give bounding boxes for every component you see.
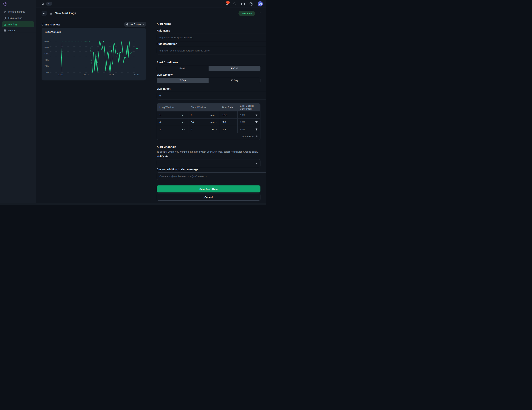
delete-row-button[interactable] xyxy=(255,128,258,131)
unit-label: hr xyxy=(181,121,183,124)
unit-label: hr xyxy=(181,114,183,117)
svg-text:100%: 100% xyxy=(43,40,48,42)
window-tab-7day[interactable]: 7 Day xyxy=(157,78,209,83)
burn-rate-value[interactable]: 16.8 xyxy=(220,111,237,118)
svg-text:40%: 40% xyxy=(45,59,48,61)
notification-badge: 1 xyxy=(226,1,230,4)
window-tab-30day[interactable]: 30 Day xyxy=(209,78,260,83)
short-window-value[interactable]: 5 xyxy=(191,114,192,117)
notify-via-select[interactable] xyxy=(157,159,260,167)
slo-window-toggle: 7 Day 30 Day xyxy=(157,78,260,83)
search-icon[interactable] xyxy=(41,2,45,5)
search-shortcut-chip[interactable]: ⌘K xyxy=(46,2,52,6)
sidebar-item-alerting[interactable]: Alerting xyxy=(2,21,34,27)
sidebar-item-label: Explorations xyxy=(8,17,22,19)
svg-text:80%: 80% xyxy=(45,46,48,48)
unit-label: min xyxy=(210,114,214,117)
sidebar-item-label: Issues xyxy=(8,29,16,32)
alarm-icon xyxy=(49,12,52,15)
sidebar-item-label: Alerting xyxy=(8,23,17,26)
burn-rate-value[interactable]: 5.6 xyxy=(220,118,237,126)
condition-tab-slo[interactable]: SLO xyxy=(209,66,260,71)
page-header: New Alert Page New Alert xyxy=(36,8,266,19)
kebab-menu-icon[interactable] xyxy=(259,12,262,15)
add-row-label: Add A Row xyxy=(242,135,254,138)
alert-channels-description: To specify where you want to get notifie… xyxy=(157,150,260,153)
unit-label: min xyxy=(210,121,214,124)
long-window-unit-dropdown[interactable]: hr xyxy=(181,114,186,117)
time-range-dropdown[interactable]: last 7 days xyxy=(124,22,146,27)
chart-preview-panel: Chart Preview last 7 days Success Rate 0… xyxy=(36,19,151,203)
keyboard-icon[interactable] xyxy=(241,2,245,5)
rule-name-input[interactable] xyxy=(157,34,266,41)
col-long-window: Long Window xyxy=(157,103,188,111)
topbar-actions: 1 ? MG xyxy=(225,1,263,7)
content: Chart Preview last 7 days Success Rate 0… xyxy=(36,19,266,203)
sidebar-nav: Instant Insights Explorations Alerting I… xyxy=(0,9,36,33)
history-icon[interactable] xyxy=(233,2,237,5)
avatar[interactable]: MG xyxy=(258,1,263,7)
condition-tab-slo-label: SLO xyxy=(230,67,235,70)
alert-channels-heading: Alert Channels xyxy=(157,145,260,148)
svg-text:Jul 13: Jul 13 xyxy=(83,73,88,76)
delete-row-button[interactable] xyxy=(255,121,258,123)
svg-text:Jul 15: Jul 15 xyxy=(108,73,114,76)
notifications-button[interactable]: 1 xyxy=(225,2,228,5)
burn-rate-value[interactable]: 2.8 xyxy=(220,126,237,133)
new-alert-button[interactable]: New Alert xyxy=(238,11,255,16)
back-button[interactable] xyxy=(42,11,47,16)
success-rate-chart: 0%20%40%60%80%100%Jul 11Jul 13Jul 15Jul … xyxy=(42,28,146,81)
clock-icon xyxy=(126,23,129,26)
time-range-label: last 7 days xyxy=(130,23,141,26)
svg-text:60%: 60% xyxy=(45,53,48,55)
short-window-value[interactable]: 30 xyxy=(191,121,194,124)
error-budget-value: 40% xyxy=(240,128,245,131)
custom-addition-input[interactable] xyxy=(157,172,266,180)
long-window-unit-dropdown[interactable]: hr xyxy=(181,121,186,124)
burn-rate-table: Long Window Short Window Burn Rate Error… xyxy=(157,103,260,140)
custom-addition-label: Custom addition to alert message xyxy=(157,168,260,171)
short-window-unit-dropdown[interactable]: min xyxy=(210,121,217,124)
short-window-value[interactable]: 2 xyxy=(191,128,192,131)
svg-text:0%: 0% xyxy=(46,71,48,73)
table-row: 24 hr 2 hr 2.8 40% xyxy=(157,126,260,133)
plus-icon xyxy=(256,135,258,137)
short-window-unit-dropdown[interactable]: hr xyxy=(212,128,217,131)
alarm-icon xyxy=(3,23,6,26)
sidebar-item-instant-insights[interactable]: Instant Insights xyxy=(2,9,34,15)
unit-label: hr xyxy=(212,128,214,131)
delete-row-button[interactable] xyxy=(255,114,258,116)
lightning-icon xyxy=(3,10,6,13)
device-icon xyxy=(3,17,6,19)
rule-description-input[interactable] xyxy=(157,47,266,55)
svg-text:Jul 17: Jul 17 xyxy=(134,73,139,76)
long-window-value[interactable]: 6 xyxy=(159,121,161,124)
rule-name-label: Rule Name xyxy=(157,29,260,32)
sidebar-item-label: Instant Insights xyxy=(8,10,25,13)
stack-icon xyxy=(3,29,6,32)
error-budget-value: 20% xyxy=(240,121,245,124)
table-row: 1 hr 5 min 16.8 10% xyxy=(157,111,260,118)
short-window-unit-dropdown[interactable]: min xyxy=(210,114,217,117)
series-main xyxy=(93,41,130,72)
slo-window-label: SLO Window xyxy=(157,73,260,76)
help-icon[interactable]: ? xyxy=(250,2,253,6)
brand-logo-icon[interactable] xyxy=(2,2,7,6)
sidebar-item-explorations[interactable]: Explorations xyxy=(2,15,34,21)
long-window-value[interactable]: 1 xyxy=(159,114,161,117)
slo-target-input[interactable] xyxy=(157,92,266,100)
section-divider xyxy=(157,142,260,142)
condition-tab-basic[interactable]: Basic xyxy=(157,66,209,71)
long-window-value[interactable]: 24 xyxy=(159,128,162,131)
long-window-unit-dropdown[interactable]: hr xyxy=(181,128,186,131)
alert-name-heading: Alert Name xyxy=(157,22,260,25)
topbar: ⌘K 1 ? MG xyxy=(36,0,266,8)
sidebar: Instant Insights Explorations Alerting I… xyxy=(0,0,36,203)
col-short-window: Short Window xyxy=(188,103,220,111)
save-alert-rule-button[interactable]: Save Alert Rule xyxy=(157,185,260,192)
cancel-button[interactable]: Cancel xyxy=(157,193,260,200)
info-icon[interactable] xyxy=(236,67,238,70)
add-row-button[interactable]: Add A Row xyxy=(157,133,260,140)
col-burn-rate: Burn Rate xyxy=(220,103,237,111)
svg-text:20%: 20% xyxy=(45,65,48,67)
